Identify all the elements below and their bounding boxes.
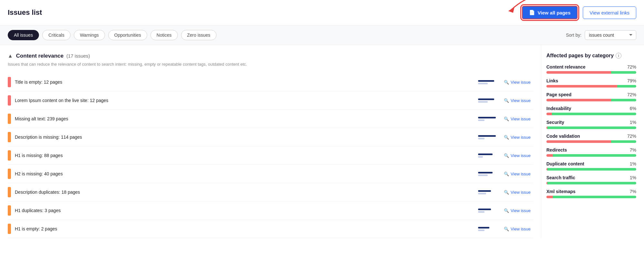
category-bar-track [546,196,636,198]
table-row: Description is missing: 114 pages 🔍 View… [8,128,533,146]
issue-bar-top [478,209,491,210]
list-item: Security 1% [546,120,636,129]
category-percent: 72% [627,134,636,139]
issue-bar-bottom [478,101,488,103]
issue-severity-dot [8,114,11,124]
view-issue-button[interactable]: 🔍 View issue [501,170,533,178]
category-bar-track [546,85,636,88]
sidebar-title-text: Affected pages by category [546,53,614,59]
filter-tab[interactable]: Criticals [42,30,71,40]
list-item: Search traffic 1% [546,175,636,184]
category-bar-green [617,85,636,88]
issue-bar-area [478,80,497,84]
collapse-icon[interactable]: ▲ [8,53,13,59]
section-title: Content relevance (17 issues) [16,53,90,59]
filter-tab[interactable]: Warnings [74,30,105,40]
view-all-pages-button[interactable]: 📄 View all pages [522,6,578,19]
sort-area: Sort by: issues countalphabeticalseverit… [566,30,636,40]
info-icon[interactable]: i [616,53,621,59]
search-icon: 🔍 [504,135,509,140]
list-item: Xml sitemaps 7% [546,189,636,198]
search-icon: 🔍 [504,153,509,158]
issue-bar-area [478,209,497,213]
view-all-pages-label: View all pages [538,10,571,15]
view-issue-button[interactable]: 🔍 View issue [501,207,533,214]
issue-bar-top [478,172,493,173]
issue-label: Title is empty: 12 pages [15,79,474,85]
issue-severity-dot [8,95,11,106]
category-percent: 79% [627,78,636,83]
filter-tab[interactable]: Zero issues [181,30,216,40]
search-icon: 🔍 [504,227,509,231]
category-percent: 7% [630,147,636,153]
issues-list: Title is empty: 12 pages 🔍 View issueLor… [8,73,533,238]
view-issue-button[interactable]: 🔍 View issue [501,97,533,104]
search-icon: 🔍 [504,117,509,121]
table-row: H1 duplicates: 3 pages 🔍 View issue [8,201,533,220]
search-icon: 🔍 [504,98,509,103]
sort-select[interactable]: issues countalphabeticalseverity [585,30,636,40]
list-item: Links 79% [546,78,636,88]
issue-bar-bottom [478,83,488,84]
issue-label: H2 is missing: 40 pages [15,171,474,176]
categories-list: Content relevance 72% Links 79% Page spe… [546,64,636,198]
table-row: Missing alt text: 239 pages 🔍 View issue [8,110,533,128]
category-bar-track [546,126,636,129]
search-icon: 🔍 [504,208,509,213]
category-bar-green [547,126,636,129]
issue-bar-top [478,190,491,192]
issue-bar-bottom [478,193,486,194]
view-issue-button[interactable]: 🔍 View issue [501,152,533,159]
issue-severity-dot [8,77,11,87]
category-bar-green [547,168,636,171]
search-icon: 🔍 [504,172,509,176]
issue-label: H1 duplicates: 3 pages [15,208,474,213]
category-bar-red [546,154,553,157]
issue-bar-bottom [478,156,483,158]
view-issue-button[interactable]: 🔍 View issue [501,115,533,123]
category-name: Links [546,78,558,83]
svg-marker-0 [508,7,514,13]
category-percent: 6% [630,106,636,111]
issue-severity-dot [8,224,11,234]
view-issue-button[interactable]: 🔍 View issue [501,225,533,233]
filter-tab[interactable]: Opportunities [108,30,147,40]
issue-label: Description is missing: 114 pages [15,135,474,140]
category-bar-track [546,140,636,143]
category-name: Search traffic [546,175,575,180]
filter-bar: All issuesCriticalsWarningsOpportunities… [0,25,644,45]
issue-bar-area [478,135,497,139]
issue-bar-top [478,80,494,82]
category-name: Code validation [546,134,580,139]
issue-label: H1 is empty: 2 pages [15,226,474,231]
issue-label: Lorem Ipsum content on the live site: 12… [15,98,474,103]
filter-tab[interactable]: All issues [8,30,39,40]
filter-tabs: All issuesCriticalsWarningsOpportunities… [8,30,216,40]
category-percent: 72% [627,92,636,97]
view-issue-button[interactable]: 🔍 View issue [501,134,533,141]
table-row: H1 is missing: 88 pages 🔍 View issue [8,146,533,165]
issue-bar-bottom [478,211,485,213]
list-item: Redirects 7% [546,147,636,157]
sidebar-title: Affected pages by category i [546,53,636,59]
issue-severity-dot [8,150,11,161]
issue-label: H1 is missing: 88 pages [15,153,474,158]
category-bar-red [546,99,611,101]
issue-bar-area [478,98,497,103]
filter-tab[interactable]: Notices [150,30,178,40]
issue-bar-area [478,117,497,121]
view-issue-button[interactable]: 🔍 View issue [501,79,533,86]
category-bar-red [546,85,617,88]
category-bar-green [611,99,636,101]
issue-bar-bottom [478,229,485,231]
issue-severity-dot [8,132,11,142]
view-external-links-button[interactable]: View external links [583,6,636,19]
table-row: H2 is missing: 40 pages 🔍 View issue [8,165,533,183]
view-issue-button[interactable]: 🔍 View issue [501,189,533,196]
category-bar-red [546,71,611,74]
header: Issues list 📄 View all pages View extern… [0,0,644,25]
issue-label: Missing alt text: 239 pages [15,116,474,121]
category-bar-green [547,182,636,184]
sidebar-panel: Affected pages by category i Content rel… [541,45,644,238]
category-bar-track [546,71,636,74]
